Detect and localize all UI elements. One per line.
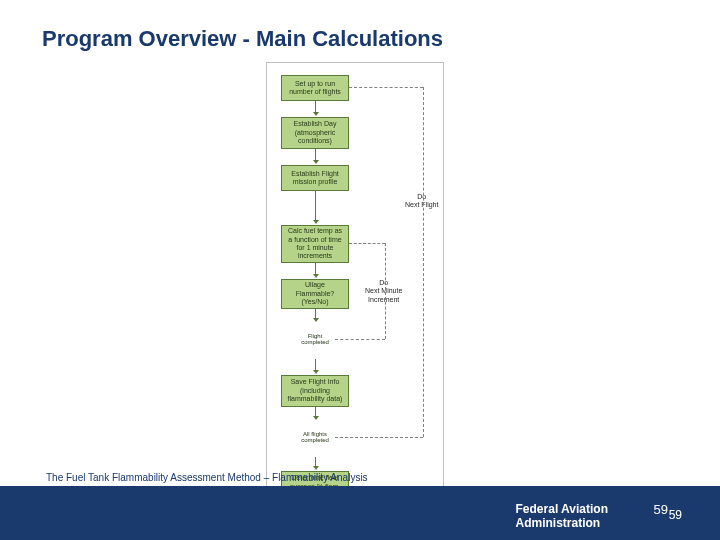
flow-box-save: Save Flight Info(includingflammability d… — [281, 375, 349, 407]
footer-agency: Federal Aviation Administration — [516, 502, 608, 531]
diamond-label: Flight completed — [295, 333, 335, 345]
page-number-b: 59 — [669, 508, 682, 522]
arrow-icon — [315, 309, 316, 319]
arrow-icon — [315, 359, 316, 371]
flow-box-calc: Calc fuel temp asa function of timefor 1… — [281, 225, 349, 263]
feedback-line — [335, 339, 385, 340]
arrow-icon — [315, 149, 316, 161]
diamond-label: All flights completed — [295, 431, 335, 443]
decision-flight-completed: Flight completed — [295, 319, 335, 359]
feedback-line — [335, 437, 423, 438]
footer-agency-line1: Federal Aviation — [516, 502, 608, 516]
arrow-icon — [315, 191, 316, 221]
page-title: Program Overview - Main Calculations — [42, 26, 443, 52]
flow-box-day: Establish Day(atmosphericconditions) — [281, 117, 349, 149]
arrow-icon — [315, 407, 316, 417]
page-number-a: 59 — [654, 502, 668, 517]
footer-subtitle: The Fuel Tank Flammability Assessment Me… — [46, 472, 368, 483]
side-label-next-minute: DoNext MinuteIncrement — [365, 279, 402, 304]
side-label-next-flight: DoNext Flight — [405, 193, 438, 210]
arrow-icon — [315, 101, 316, 113]
feedback-line — [349, 243, 385, 244]
flow-box-ullage: UllageFlammable?(Yes/No) — [281, 279, 349, 309]
feedback-line — [385, 243, 386, 339]
footer-agency-line2: Administration — [516, 516, 601, 530]
decision-all-flights: All flights completed — [295, 417, 335, 457]
footer-bar: Federal Aviation Administration 59 59 — [0, 486, 720, 540]
arrow-icon — [315, 457, 316, 467]
feedback-line — [349, 87, 423, 88]
flow-box-mission: Establish Flightmission profile — [281, 165, 349, 191]
flow-box-setup: Set up to runnumber of flights — [281, 75, 349, 101]
arrow-icon — [315, 263, 316, 275]
flowchart-container: Set up to runnumber of flights Establish… — [266, 62, 444, 487]
feedback-line — [423, 87, 424, 437]
